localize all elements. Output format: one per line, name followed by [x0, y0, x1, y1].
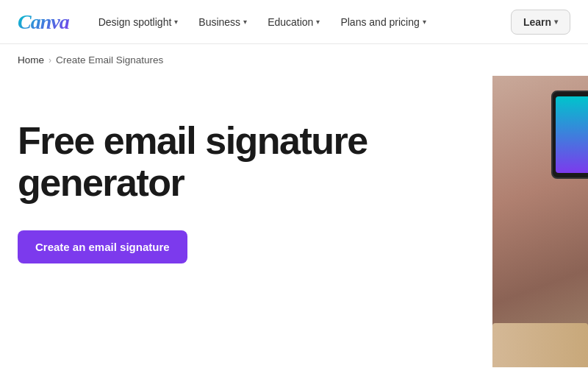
- breadcrumb-current-page: Create Email Signatures: [56, 54, 163, 66]
- nav-items: Design spotlight ▾ Business ▾ Education …: [90, 10, 570, 35]
- hero-table-surface: [492, 323, 588, 367]
- nav-business[interactable]: Business ▾: [190, 10, 256, 34]
- nav-label: Education: [268, 16, 313, 28]
- chevron-down-icon: ▾: [554, 18, 558, 26]
- nav-plans-pricing[interactable]: Plans and pricing ▾: [331, 10, 434, 34]
- learn-button-label: Learn: [523, 16, 551, 28]
- navbar: Canva Design spotlight ▾ Business ▾ Educ…: [0, 0, 588, 44]
- nav-label: Design spotlight: [98, 16, 172, 28]
- breadcrumb-separator: ›: [49, 55, 51, 66]
- learn-button[interactable]: Learn ▾: [511, 10, 570, 35]
- create-email-signature-button[interactable]: Create an email signature: [18, 230, 187, 263]
- hero-section: Free email signature generator Create an…: [0, 76, 588, 367]
- chevron-down-icon: ▾: [243, 18, 247, 26]
- hero-content: Free email signature generator Create an…: [18, 105, 400, 263]
- chevron-down-icon: ▾: [174, 18, 178, 26]
- canva-logo[interactable]: Canva: [18, 10, 69, 34]
- nav-education[interactable]: Education ▾: [259, 10, 329, 34]
- device-mockup: [551, 91, 588, 179]
- breadcrumb: Home › Create Email Signatures: [0, 44, 588, 76]
- breadcrumb-home-link[interactable]: Home: [18, 54, 44, 66]
- nav-label: Plans and pricing: [340, 16, 419, 28]
- nav-design-spotlight[interactable]: Design spotlight ▾: [90, 10, 187, 34]
- chevron-down-icon: ▾: [423, 18, 426, 26]
- chevron-down-icon: ▾: [316, 18, 320, 26]
- device-screen: [556, 96, 588, 173]
- hero-title: Free email signature generator: [18, 120, 400, 204]
- nav-label: Business: [198, 16, 240, 28]
- hero-image-panel: [492, 76, 588, 367]
